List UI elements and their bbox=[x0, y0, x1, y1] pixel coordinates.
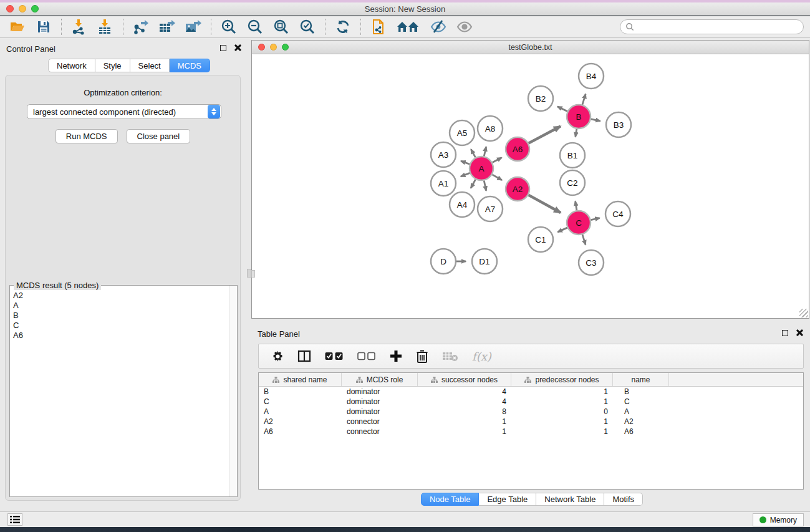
edge-A-A1[interactable] bbox=[461, 173, 470, 177]
home-pair-icon[interactable] bbox=[396, 18, 421, 36]
edge-A-A3[interactable] bbox=[461, 161, 470, 164]
node-C3[interactable]: C3 bbox=[579, 250, 604, 275]
table-row[interactable]: Cdominator41C bbox=[259, 397, 803, 407]
edge-A-A2[interactable] bbox=[492, 175, 501, 180]
run-mcds-button[interactable]: Run MCDS bbox=[55, 129, 118, 143]
column-header-predecessor-nodes[interactable]: predecessor nodes bbox=[511, 373, 613, 386]
network-splitter-handle[interactable] bbox=[251, 270, 255, 278]
open-folder-icon[interactable] bbox=[9, 18, 26, 36]
node-A4[interactable]: A4 bbox=[450, 192, 475, 217]
refresh-icon[interactable] bbox=[334, 18, 352, 36]
task-history-button[interactable] bbox=[7, 513, 22, 526]
column-header-shared-name[interactable]: shared name bbox=[259, 373, 342, 386]
network-graph[interactable]: B4B2BB3B1A5A8A6A3AA1A2A4A7C2C4CC1C3DD1 bbox=[252, 54, 809, 318]
tab-motifs[interactable]: Motifs bbox=[604, 493, 643, 506]
edge-A-A6[interactable] bbox=[493, 158, 502, 163]
network-canvas[interactable]: B4B2BB3B1A5A8A6A3AA1A2A4A7C2C4CC1C3DD1 bbox=[252, 54, 809, 318]
column-header-successor-nodes[interactable]: successor nodes bbox=[418, 373, 511, 386]
edge-A-A8[interactable] bbox=[484, 147, 486, 156]
edge-B-B3[interactable] bbox=[591, 119, 600, 121]
save-icon[interactable] bbox=[35, 18, 52, 36]
tab-network[interactable]: Network bbox=[48, 59, 95, 72]
edge-C-C2[interactable] bbox=[576, 201, 577, 211]
column-visibility-icon[interactable] bbox=[297, 350, 311, 362]
node-A3[interactable]: A3 bbox=[431, 142, 456, 167]
edge-C-C4[interactable] bbox=[591, 218, 600, 220]
edge-A-A4[interactable] bbox=[471, 180, 475, 188]
node-A6[interactable]: A6 bbox=[506, 137, 529, 161]
result-scrollbar[interactable] bbox=[229, 286, 237, 496]
float-table-panel-icon[interactable] bbox=[782, 330, 788, 336]
settings-gear-icon[interactable] bbox=[270, 349, 284, 363]
edge-B-B4[interactable] bbox=[582, 94, 586, 105]
zoom-selected-icon[interactable] bbox=[299, 18, 316, 36]
node-A2[interactable]: A2 bbox=[506, 177, 529, 201]
tab-style[interactable]: Style bbox=[95, 59, 130, 72]
toolbar-search[interactable] bbox=[620, 19, 804, 34]
result-item[interactable]: C bbox=[13, 321, 23, 331]
node-A[interactable]: A bbox=[470, 157, 493, 180]
float-panel-icon[interactable] bbox=[220, 45, 226, 51]
network-resize-grip[interactable] bbox=[799, 309, 808, 317]
hide-details-eye-icon[interactable] bbox=[430, 18, 447, 36]
node-C1[interactable]: C1 bbox=[528, 227, 553, 252]
edge-A-A5[interactable] bbox=[471, 149, 475, 157]
node-D[interactable]: D bbox=[431, 249, 456, 274]
result-item[interactable]: A2 bbox=[13, 291, 23, 301]
export-image-icon[interactable] bbox=[185, 18, 202, 36]
edge-A6-B[interactable] bbox=[529, 126, 561, 143]
function-builder-icon[interactable]: f(x) bbox=[472, 350, 491, 363]
close-panel-button[interactable]: Close panel bbox=[127, 129, 191, 143]
edge-A-A7[interactable] bbox=[484, 181, 486, 191]
zoom-out-icon[interactable] bbox=[246, 18, 264, 36]
table-row[interactable]: A6connector11A6 bbox=[259, 427, 803, 437]
edge-B-B2[interactable] bbox=[557, 107, 567, 112]
delete-column-icon[interactable] bbox=[416, 349, 428, 363]
node-C2[interactable]: C2 bbox=[560, 170, 585, 195]
table-row[interactable]: Bdominator41B bbox=[259, 387, 803, 397]
tab-node-table[interactable]: Node Table bbox=[421, 493, 480, 506]
node-D1[interactable]: D1 bbox=[472, 249, 497, 274]
node-B2[interactable]: B2 bbox=[528, 86, 553, 111]
network-titlebar[interactable]: testGlobe.txt bbox=[252, 41, 809, 54]
close-table-panel-icon[interactable] bbox=[796, 329, 803, 336]
node-B[interactable]: B bbox=[567, 105, 591, 128]
memory-button[interactable]: Memory bbox=[753, 513, 804, 526]
node-B3[interactable]: B3 bbox=[606, 112, 631, 137]
result-item[interactable]: A6 bbox=[13, 331, 23, 341]
node-A5[interactable]: A5 bbox=[450, 120, 475, 145]
table-row[interactable]: Adominator80A bbox=[259, 407, 803, 417]
node-A1[interactable]: A1 bbox=[431, 171, 456, 196]
edge-C-C1[interactable] bbox=[557, 228, 567, 232]
delete-table-icon[interactable] bbox=[442, 351, 458, 362]
edge-A2-C[interactable] bbox=[529, 195, 561, 213]
tab-select[interactable]: Select bbox=[130, 59, 170, 72]
network-file-icon[interactable] bbox=[370, 18, 387, 36]
edge-B-B1[interactable] bbox=[576, 129, 577, 137]
node-C4[interactable]: C4 bbox=[605, 201, 630, 226]
deselect-all-checkboxes-icon[interactable] bbox=[357, 352, 376, 360]
node-B4[interactable]: B4 bbox=[579, 64, 604, 89]
zoom-fit-icon[interactable] bbox=[272, 18, 290, 36]
criterion-select[interactable]: largest connected component (directed) bbox=[27, 104, 221, 119]
result-item[interactable]: B bbox=[13, 311, 23, 321]
export-network-icon[interactable] bbox=[132, 18, 150, 36]
node-A8[interactable]: A8 bbox=[478, 116, 503, 141]
show-eye-icon[interactable] bbox=[456, 18, 473, 36]
result-item[interactable]: A bbox=[13, 301, 23, 311]
column-header-name[interactable]: name bbox=[613, 373, 669, 386]
import-network-icon[interactable] bbox=[70, 18, 88, 36]
import-table-icon[interactable] bbox=[97, 18, 114, 36]
zoom-in-icon[interactable] bbox=[220, 18, 238, 36]
export-table-icon[interactable] bbox=[158, 18, 176, 36]
column-header-MCDS-role[interactable]: MCDS role bbox=[342, 373, 418, 386]
close-panel-icon[interactable] bbox=[234, 44, 241, 51]
tab-network-table[interactable]: Network Table bbox=[536, 493, 604, 506]
edge-C-C3[interactable] bbox=[582, 235, 586, 244]
table-row[interactable]: A2connector11A2 bbox=[259, 417, 803, 427]
search-input[interactable] bbox=[634, 22, 790, 31]
add-column-icon[interactable] bbox=[390, 350, 402, 362]
node-A7[interactable]: A7 bbox=[478, 196, 503, 221]
panel-splitter-handle[interactable] bbox=[247, 269, 251, 278]
node-B1[interactable]: B1 bbox=[560, 143, 585, 168]
